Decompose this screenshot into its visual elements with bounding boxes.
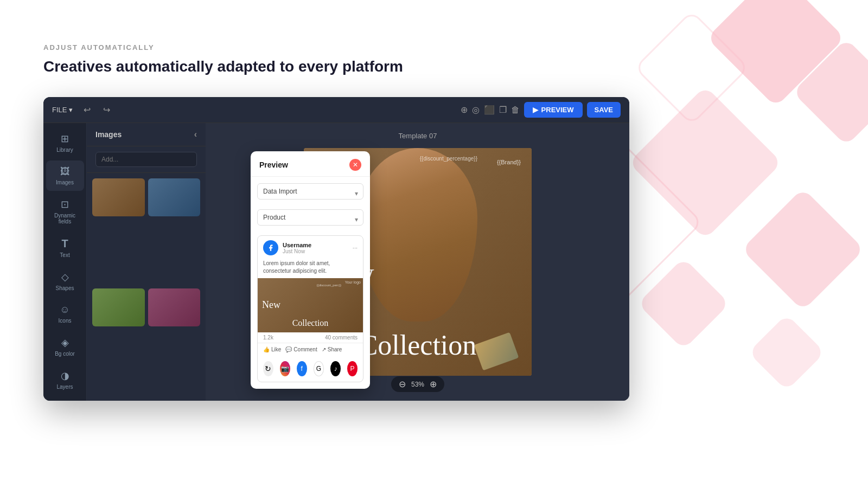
social-google-icon[interactable]: G [314, 361, 324, 376]
sidebar-item-shapes[interactable]: ◇ Shapes [46, 266, 84, 297]
preview-icon: ▶ [533, 106, 538, 114]
panel-search-area [87, 146, 206, 173]
canvas-discount: {{discount_percentage}} [420, 156, 477, 162]
social-instagram-icon[interactable]: 📷 [280, 361, 290, 376]
page-content: ADJUST AUTOMATICALLY Creatives automatic… [0, 0, 868, 401]
data-import-select-wrapper: Data Import [257, 183, 363, 204]
panel-title: Images [95, 130, 122, 139]
sidebar-label-icons: Icons [59, 318, 72, 324]
zoom-out-button[interactable]: ⊖ [399, 379, 406, 389]
fb-like-label: Like [271, 346, 281, 352]
copy-icon[interactable]: ❐ [499, 105, 507, 115]
fb-text-collection: Collection [260, 318, 361, 328]
bgcolor-icon: ◈ [61, 337, 69, 349]
toolbar-action-icons: ⊕ ◎ ⬛ ❐ 🗑 [461, 105, 520, 115]
library-icon: ⊞ [61, 133, 69, 145]
panel-image-grid [87, 173, 206, 401]
share-icon[interactable]: ◎ [472, 105, 480, 115]
panel-close-icon[interactable]: ‹ [194, 130, 197, 139]
fb-comment-label: Comment [293, 346, 317, 352]
file-menu-button[interactable]: FILE ▾ [52, 106, 73, 114]
sidebar-item-icons[interactable]: ☺ Icons [46, 299, 84, 329]
fb-card-header: Username Just Now ··· [258, 236, 363, 260]
file-chevron-icon: ▾ [69, 106, 73, 114]
fb-time: Just Now [283, 248, 311, 254]
fb-comments: 40 comments [325, 335, 358, 341]
sidebar-item-layers[interactable]: ◑ Layers [46, 364, 84, 395]
sidebar-label-layers: Layers [56, 384, 73, 390]
sidebar-label-shapes: Shapes [56, 285, 74, 291]
preview-button[interactable]: ▶ PREVIEW [524, 102, 583, 118]
sidebar-label-library: Library [56, 147, 73, 153]
fb-comment-button[interactable]: 💬 Comment [285, 346, 317, 352]
modal-body: Data Import Product [251, 177, 370, 389]
sidebar-item-text[interactable]: T Text [46, 232, 84, 264]
zoom-level: 53% [411, 381, 424, 388]
sidebar-label-images: Images [56, 179, 74, 185]
fb-like-button[interactable]: 👍 Like [263, 346, 281, 352]
fb-text-new: New [262, 299, 280, 311]
dynamic-icon: ⊡ [61, 198, 69, 210]
fb-discount-tag: {{discount_perc}} [317, 284, 341, 287]
fb-username: Username [283, 242, 311, 248]
layers-sidebar-icon: ◑ [61, 370, 69, 382]
sidebar-item-dynamic[interactable]: ⊡ Dynamic fields [46, 193, 84, 230]
sidebar-item-library[interactable]: ⊞ Library [46, 127, 84, 158]
fb-user-info: Username Just Now [283, 242, 311, 254]
image-thumb-2[interactable] [148, 178, 201, 216]
social-pinterest-icon[interactable]: P [347, 361, 358, 376]
app-window: FILE ▾ ↩ ↪ ⊕ ◎ ⬛ ❐ 🗑 ▶ PREVIEW [43, 97, 629, 401]
sidebar-item-bgcolor[interactable]: ◈ Bg color [46, 331, 84, 362]
panel-header: Images ‹ [87, 123, 206, 146]
zoom-in-button[interactable]: ⊕ [430, 379, 437, 389]
images-panel: Images ‹ [87, 123, 206, 401]
modal-header: Preview ✕ [251, 151, 370, 177]
sidebar-label-text: Text [60, 252, 69, 258]
social-refresh-icon[interactable]: ↻ [263, 361, 273, 376]
fb-image: Your logo {{discount_perc}} New Collecti… [258, 278, 363, 332]
main-title: Creatives automatically adapted to every… [43, 58, 825, 75]
social-tiktok-icon[interactable]: ♪ [330, 361, 341, 376]
sidebar-item-resize[interactable]: ⊡ Resize [46, 397, 84, 401]
toolbar-right: ⊕ ◎ ⬛ ❐ 🗑 ▶ PREVIEW SAVE [461, 102, 621, 118]
sidebar: ⊞ Library 🖼 Images ⊡ Dynamic fields T Te… [43, 123, 87, 401]
redo-button[interactable]: ↪ [99, 102, 114, 118]
sidebar-item-images[interactable]: 🖼 Images [46, 160, 84, 191]
preview-label: PREVIEW [541, 106, 574, 114]
fb-avatar [263, 240, 278, 255]
image-thumb-4[interactable] [148, 288, 201, 326]
app-body: ⊞ Library 🖼 Images ⊡ Dynamic fields T Te… [43, 123, 629, 401]
toolbar-left: FILE ▾ ↩ ↪ [52, 102, 114, 118]
data-import-select[interactable]: Data Import [257, 183, 363, 200]
sidebar-label-dynamic: Dynamic fields [50, 213, 80, 224]
social-facebook-icon[interactable]: f [297, 361, 307, 376]
panel-search-input[interactable] [95, 152, 197, 167]
fb-share-icon: ↗ [322, 346, 326, 352]
social-links: ↻ 📷 f G ♪ P [258, 356, 363, 382]
template-label: Template 07 [399, 132, 437, 140]
export-icon[interactable]: ⬛ [484, 105, 495, 115]
product-select[interactable]: Product [257, 209, 363, 226]
text-icon: T [61, 237, 68, 250]
undo-button[interactable]: ↩ [79, 102, 94, 118]
image-thumb-3[interactable] [92, 288, 145, 326]
product-select-wrapper: Product [257, 209, 363, 230]
layers-icon[interactable]: ⊕ [461, 105, 468, 115]
fb-share-button[interactable]: ↗ Share [322, 346, 342, 352]
fb-more-icon[interactable]: ··· [353, 245, 358, 251]
modal-close-button[interactable]: ✕ [349, 159, 361, 171]
zoom-controls: ⊖ 53% ⊕ [391, 376, 444, 392]
images-icon: 🖼 [60, 166, 70, 177]
toolbar: FILE ▾ ↩ ↪ ⊕ ◎ ⬛ ❐ 🗑 ▶ PREVIEW [43, 97, 629, 123]
sidebar-label-bgcolor: Bg color [55, 351, 75, 357]
delete-icon[interactable]: 🗑 [511, 105, 520, 115]
preview-modal: Preview ✕ Data Import [251, 151, 370, 389]
save-button[interactable]: SAVE [587, 102, 621, 118]
modal-title: Preview [259, 160, 288, 169]
image-thumb-1[interactable] [92, 178, 145, 216]
canvas-brand: {{Brand}} [497, 159, 521, 165]
file-label: FILE [52, 106, 67, 114]
fb-caption: Lorem ipsum dolor sit amet, consectetur … [258, 260, 363, 278]
canvas-area: Template 07 {{Brand}} {{discount_percent… [206, 123, 629, 401]
fb-brand-tag: Your logo [345, 280, 361, 284]
